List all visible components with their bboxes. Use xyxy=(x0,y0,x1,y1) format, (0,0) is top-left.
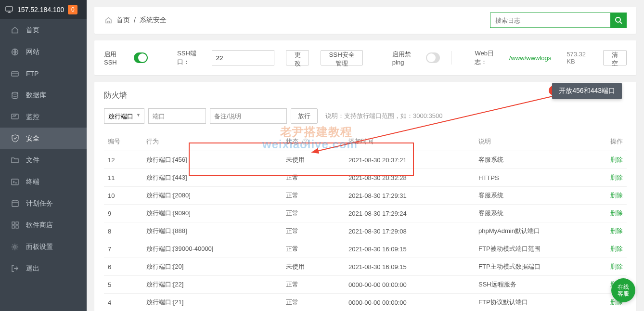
cell-status: 未使用 xyxy=(282,151,345,169)
search-button[interactable] xyxy=(610,13,627,28)
customer-service-fab[interactable]: 在线 客服 xyxy=(611,278,635,302)
cell-id: 7 xyxy=(104,240,142,258)
sidebar-item-shield[interactable]: 安全 xyxy=(0,128,87,149)
cell-time: 2021-08-30 17:29:24 xyxy=(345,205,475,222)
cell-action: 放行端口:[20] xyxy=(142,258,282,276)
delete-link[interactable]: 删除 xyxy=(610,263,623,270)
search-input[interactable] xyxy=(490,13,610,28)
cell-status: 正常 xyxy=(282,187,345,205)
ssh-manage-button[interactable]: SSH安全管理 xyxy=(321,50,362,65)
sidebar-item-database[interactable]: 数据库 xyxy=(0,84,87,106)
table-row: 9放行端口:[9090]正常2021-08-30 17:29:24客服系统删除 xyxy=(104,205,627,222)
sidebar-item-label: 计划任务 xyxy=(26,199,53,208)
delete-link[interactable]: 删除 xyxy=(610,192,623,199)
cell-time: 0000-00-00 00:00:00 xyxy=(345,294,475,311)
database-icon xyxy=(11,91,19,100)
ftp-icon xyxy=(11,69,19,78)
allow-button[interactable]: 放行 xyxy=(291,108,318,124)
sidebar-item-logout[interactable]: 退出 xyxy=(0,258,87,279)
clear-log-button[interactable]: 清空 xyxy=(603,50,627,65)
col-op: 操作 xyxy=(598,132,627,151)
sidebar-item-monitor[interactable]: 监控 xyxy=(0,106,87,128)
sidebar-item-folder[interactable]: 文件 xyxy=(0,149,87,171)
server-ip: 157.52.184.100 xyxy=(17,6,64,13)
breadcrumb-current: 系统安全 xyxy=(140,16,167,25)
svg-point-11 xyxy=(14,246,16,248)
delete-link[interactable]: 删除 xyxy=(610,156,623,163)
cell-desc: FTP被动模式端口范围 xyxy=(475,240,598,258)
ssh-enable-label: 启用SSH xyxy=(104,50,122,66)
weblog-path-link[interactable]: /www/wwwlogs xyxy=(509,54,551,62)
search-icon xyxy=(615,16,622,24)
ssh-toggle[interactable] xyxy=(134,52,148,63)
firewall-table: 编号 行为 状态 ? 添加时间 说明 操作 12放行端口:[456]未使用202… xyxy=(104,132,627,311)
cell-status: 未使用 xyxy=(282,258,345,276)
home-icon xyxy=(104,16,113,25)
delete-link[interactable]: 删除 xyxy=(610,209,623,217)
cell-time: 2021-08-30 17:29:31 xyxy=(345,187,475,205)
remark-input[interactable] xyxy=(210,108,287,124)
col-status: 状态 ? xyxy=(282,132,345,151)
col-desc: 说明 xyxy=(475,132,598,151)
sidebar-item-label: 面板设置 xyxy=(26,243,53,251)
ping-toggle[interactable] xyxy=(426,52,440,63)
weblog-label: Web日志： xyxy=(475,49,497,66)
range-hint: 说明：支持放行端口范围，如：3000:3500 xyxy=(325,112,442,120)
sidebar-item-label: FTP xyxy=(26,70,39,78)
port-input[interactable] xyxy=(148,108,206,124)
table-row: 6放行端口:[20]未使用2021-08-30 16:09:15FTP主动模式数… xyxy=(104,258,627,276)
sidebar-item-label: 退出 xyxy=(26,264,39,273)
help-icon[interactable]: ? xyxy=(302,139,309,145)
ssh-port-input[interactable] xyxy=(212,50,274,65)
cell-id: 4 xyxy=(104,294,142,311)
svg-point-3 xyxy=(12,92,18,94)
folder-icon xyxy=(11,156,19,165)
sidebar-item-label: 文件 xyxy=(26,156,39,165)
cell-desc: 客服系统 xyxy=(475,151,598,169)
cell-time: 2021-08-30 20:37:21 xyxy=(345,151,475,169)
sidebar-item-globe[interactable]: 网站 xyxy=(0,41,87,63)
globe-icon xyxy=(11,48,19,56)
sidebar-item-gear[interactable]: 面板设置 xyxy=(0,236,87,258)
breadcrumb-home-link[interactable]: 首页 xyxy=(116,16,130,25)
cell-desc: SSH远程服务 xyxy=(475,276,598,294)
sidebar-item-home[interactable]: 首页 xyxy=(0,19,87,41)
table-row: 10放行端口:[2080]正常2021-08-30 17:29:31客服系统删除 xyxy=(104,187,627,205)
change-button[interactable]: 更改 xyxy=(286,50,309,65)
delete-link[interactable]: 删除 xyxy=(610,245,623,252)
sidebar-item-ftp[interactable]: FTP xyxy=(0,63,87,84)
cell-desc: FTP协议默认端口 xyxy=(475,294,598,311)
delete-link[interactable]: 删除 xyxy=(610,227,623,234)
cell-time: 2021-08-30 17:29:08 xyxy=(345,222,475,240)
cell-action: 放行端口:[2080] xyxy=(142,187,282,205)
col-time: 添加时间 xyxy=(345,132,475,151)
ping-label: 启用禁ping xyxy=(392,50,414,66)
table-row: 8放行端口:[888]正常2021-08-30 17:29:08phpMyAdm… xyxy=(104,222,627,240)
delete-link[interactable]: 删除 xyxy=(610,174,623,181)
cell-desc: phpMyAdmin默认端口 xyxy=(475,222,598,240)
sidebar: 157.52.184.100 0 首页网站FTP数据库监控安全文件终端计划任务软… xyxy=(0,0,87,311)
cell-id: 12 xyxy=(104,151,142,169)
calendar-icon xyxy=(11,199,19,208)
sidebar-item-grid[interactable]: 软件商店 xyxy=(0,214,87,236)
notification-badge[interactable]: 0 xyxy=(68,5,77,14)
action-select[interactable]: 放行端口 xyxy=(104,108,144,124)
cell-action: 放行端口:[456] xyxy=(142,151,282,169)
svg-rect-6 xyxy=(12,201,18,207)
sidebar-item-terminal[interactable]: 终端 xyxy=(0,171,87,193)
sidebar-header: 157.52.184.100 0 xyxy=(0,0,87,19)
table-row: 7放行端口:[39000-40000]正常2021-08-30 16:09:15… xyxy=(104,240,627,258)
ssh-port-label: SSH端口： xyxy=(177,49,200,66)
home-icon xyxy=(11,26,19,35)
cell-action: 放行端口:[443] xyxy=(142,169,282,187)
sidebar-item-label: 安全 xyxy=(26,134,39,143)
cell-action: 放行端口:[888] xyxy=(142,222,282,240)
cell-status: 正常 xyxy=(282,222,345,240)
table-row: 5放行端口:[22]正常0000-00-00 00:00:00SSH远程服务删除 xyxy=(104,276,627,294)
sidebar-item-label: 数据库 xyxy=(26,91,46,100)
cell-desc: FTP主动模式数据端口 xyxy=(475,258,598,276)
cell-desc: 客服系统 xyxy=(475,205,598,222)
cell-action: 放行端口:[9090] xyxy=(142,205,282,222)
svg-rect-7 xyxy=(12,222,14,224)
sidebar-item-calendar[interactable]: 计划任务 xyxy=(0,193,87,214)
